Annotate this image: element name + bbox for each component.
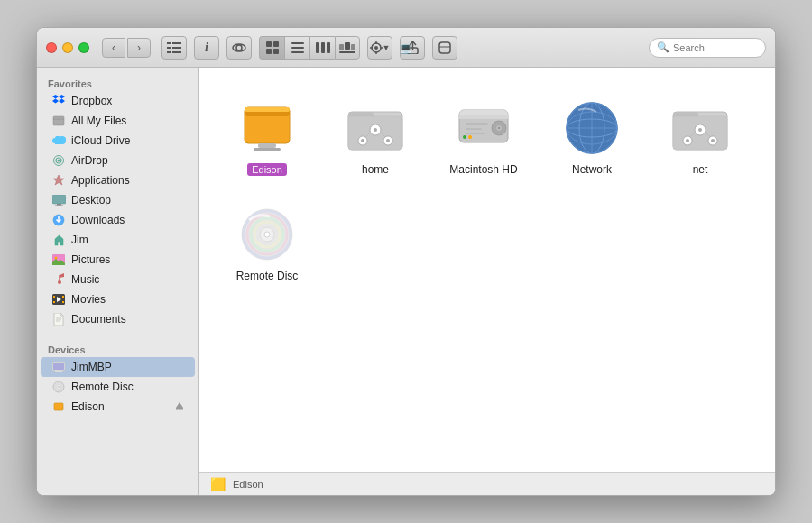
sidebar-item-airdrop[interactable]: AirDrop [41, 151, 195, 170]
svg-point-87 [468, 135, 472, 139]
svg-point-73 [361, 139, 364, 142]
music-label: Music [71, 273, 99, 286]
sidebar-item-pictures[interactable]: Pictures [41, 250, 195, 270]
svg-point-6 [236, 45, 242, 50]
edison-label: Edison [247, 163, 287, 176]
applications-label: Applications [71, 174, 130, 187]
sidebar-item-all-my-files[interactable]: All My Files [41, 111, 195, 131]
search-icon: 🔍 [657, 41, 669, 53]
svg-point-23 [374, 46, 378, 50]
file-item-macintosh-hd[interactable]: Macintosh HD [434, 86, 533, 183]
sidebar-item-edison[interactable]: Edison [41, 397, 195, 417]
svg-rect-44 [53, 296, 55, 298]
downloads-label: Downloads [71, 214, 125, 226]
edison-eject-button[interactable] [175, 400, 184, 414]
tag-button[interactable] [432, 36, 457, 60]
file-item-remote-disc[interactable]: Remote Disc [217, 192, 317, 289]
file-item-edison[interactable]: Edison [217, 86, 317, 183]
file-item-net[interactable]: net [651, 86, 750, 183]
search-input[interactable] [673, 42, 758, 53]
search-box[interactable]: 🔍 [649, 38, 766, 58]
desktop-icon [51, 193, 66, 207]
svg-rect-65 [254, 148, 281, 151]
svg-point-72 [374, 128, 377, 132]
sidebar-divider [44, 335, 191, 335]
window-title: 💻 [400, 28, 412, 68]
network-label: Network [572, 163, 612, 176]
svg-rect-4 [172, 47, 181, 49]
pictures-label: Pictures [71, 253, 110, 266]
info-button[interactable]: i [194, 36, 219, 60]
svg-rect-58 [54, 403, 63, 410]
devices-list: JimMBPRemote DiscEdison [37, 357, 198, 417]
svg-rect-21 [339, 51, 355, 53]
svg-point-102 [686, 139, 689, 142]
svg-point-82 [498, 127, 500, 129]
sidebar-item-remote-disc[interactable]: Remote Disc [41, 377, 195, 397]
svg-rect-47 [62, 301, 64, 303]
svg-point-74 [386, 139, 390, 142]
file-item-network[interactable]: Network [542, 86, 641, 183]
nav-buttons: ‹ › [102, 38, 151, 58]
statusbar-label: Edison [233, 479, 263, 490]
dropbox-label: Dropbox [71, 95, 112, 107]
file-item-home[interactable]: home [326, 86, 425, 183]
home-icon [343, 93, 408, 158]
finder-window: ‹ › i [36, 27, 776, 496]
svg-rect-79 [459, 115, 508, 119]
svg-rect-64 [258, 143, 276, 148]
column-view-button[interactable] [309, 36, 335, 60]
pictures-icon [51, 252, 66, 267]
sidebar-item-dropbox[interactable]: Dropbox [41, 91, 195, 111]
titlebar: ‹ › i [37, 28, 775, 68]
main-area: Edison home Macintosh HD [199, 68, 775, 495]
icloud-drive-icon [51, 133, 66, 148]
minimize-button[interactable] [62, 42, 73, 53]
svg-rect-20 [351, 44, 355, 50]
content-area: Favorites DropboxAll My FilesiCloud Driv… [37, 68, 775, 495]
edison-label: Edison [71, 400, 105, 413]
net-icon [668, 93, 733, 158]
svg-rect-10 [266, 49, 272, 54]
traffic-lights [46, 42, 89, 53]
airdrop-icon [51, 153, 66, 168]
svg-rect-83 [466, 123, 488, 125]
sidebar-item-downloads[interactable]: Downloads [41, 210, 195, 230]
svg-rect-13 [291, 47, 304, 49]
favorites-list: DropboxAll My FilesiCloud DriveAirDropAp… [37, 91, 198, 329]
sidebar-item-jimmbp[interactable]: JimMBP [41, 357, 195, 377]
sidebar-item-icloud-drive[interactable]: iCloud Drive [41, 131, 195, 151]
svg-rect-11 [273, 49, 279, 54]
svg-rect-54 [55, 371, 62, 372]
sidebar-item-applications[interactable]: Applications [41, 170, 195, 190]
arrange-button[interactable]: ▼ [367, 36, 392, 60]
preview-button[interactable] [226, 36, 252, 60]
sidebar-item-documents[interactable]: Documents [41, 309, 195, 329]
sidebar-item-desktop[interactable]: Desktop [41, 190, 195, 210]
list-view-button[interactable] [284, 36, 309, 60]
all-my-files-icon [51, 114, 66, 128]
home-label: home [362, 163, 389, 176]
maximize-button[interactable] [78, 42, 89, 53]
svg-rect-19 [339, 44, 344, 50]
sidebar-item-movies[interactable]: Movies [41, 289, 195, 309]
forward-button[interactable]: › [127, 38, 151, 58]
svg-rect-3 [172, 42, 181, 44]
back-button[interactable]: ‹ [102, 38, 125, 58]
svg-rect-53 [53, 363, 64, 370]
view-toggle-group [259, 36, 360, 60]
svg-point-86 [463, 135, 466, 139]
macintosh-hd-label: Macintosh HD [449, 163, 517, 176]
icon-view-button[interactable] [259, 36, 284, 60]
coverflow-view-button[interactable] [335, 36, 360, 60]
close-button[interactable] [46, 42, 57, 53]
svg-rect-1 [167, 47, 171, 49]
view-list-button[interactable] [161, 36, 187, 60]
sidebar-item-music[interactable]: Music [41, 270, 195, 289]
sidebar-item-jim[interactable]: Jim [41, 230, 195, 250]
svg-rect-2 [167, 51, 171, 53]
jim-label: Jim [71, 234, 88, 246]
movies-icon [51, 292, 66, 307]
documents-icon [51, 312, 66, 326]
svg-rect-60 [176, 408, 183, 410]
